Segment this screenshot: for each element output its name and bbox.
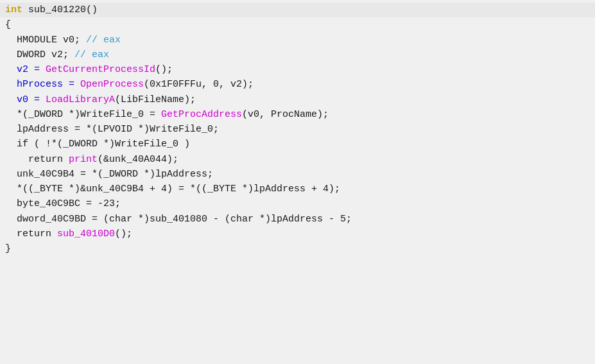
code-token: { [5,17,11,32]
code-token: *(_DWORD *)WriteFile_0 = [5,107,161,122]
code-token: // eax [86,33,121,48]
code-line: return sub_4010D0(); [0,227,595,241]
code-line: *(_DWORD *)WriteFile_0 = GetProcAddress(… [0,107,595,122]
code-token: return [5,152,69,167]
code-line: v0 = LoadLibraryA(LibFileName); [0,92,595,107]
code-line: } [0,241,595,256]
code-token: (0x1F0FFFu, 0, v2); [144,77,254,92]
code-token: byte_40C9BC = -23; [5,196,121,211]
code-line: dword_40C9BD = (char *)sub_401080 - (cha… [0,212,595,227]
code-token: hProcess = [5,77,80,92]
code-line: DWORD v2; // eax [0,48,595,62]
code-token: LoadLibraryA [46,92,115,107]
code-token: v2 = [5,62,46,77]
code-token: (); [155,62,173,77]
code-line: v2 = GetCurrentProcessId(); [0,62,595,77]
code-line: HMODULE v0; // eax [0,33,595,48]
code-token: (&unk_40A044); [98,152,178,167]
code-token: print [69,152,98,167]
code-line: byte_40C9BC = -23; [0,196,595,211]
code-line: *((_BYTE *)&unk_40C9B4 + 4) = *((_BYTE *… [0,182,595,196]
code-token: lpAddress = *(LPVOID *)WriteFile_0; [5,122,219,137]
code-token: (LibFileName); [115,92,196,107]
code-token: sub_401220() [22,3,98,17]
code-token: OpenProcess [80,77,144,92]
code-token: // eax [74,48,109,62]
code-line: unk_40C9B4 = *(_DWORD *)lpAddress; [0,167,595,182]
code-line: int sub_401220() [0,3,595,17]
code-view: int sub_401220(){ HMODULE v0; // eax DWO… [0,0,595,364]
code-token: *((_BYTE *)&unk_40C9B4 + 4) = *((_BYTE *… [5,182,340,196]
code-token: (); [115,227,132,241]
code-token: unk_40C9B4 = *(_DWORD *)lpAddress; [5,167,213,182]
code-token: DWORD v2; [5,48,74,62]
code-token: v0 = [5,92,46,107]
code-token: return [5,227,57,241]
code-line: if ( !*(_DWORD *)WriteFile_0 ) [0,137,595,152]
code-token: GetCurrentProcessId [46,62,155,77]
code-line: return print(&unk_40A044); [0,152,595,167]
code-token: } [5,241,11,256]
code-token: GetProcAddress [161,107,242,122]
code-token: if ( !*(_DWORD *)WriteFile_0 ) [5,137,190,152]
code-token: int [5,3,22,17]
code-token: HMODULE v0; [5,33,86,48]
code-token: (v0, ProcName); [242,107,329,122]
code-token: dword_40C9BD = (char *)sub_401080 - (cha… [5,212,352,227]
code-line: { [0,17,595,32]
code-line: lpAddress = *(LPVOID *)WriteFile_0; [0,122,595,137]
code-token: sub_4010D0 [57,227,115,241]
code-line: hProcess = OpenProcess(0x1F0FFFu, 0, v2)… [0,77,595,92]
